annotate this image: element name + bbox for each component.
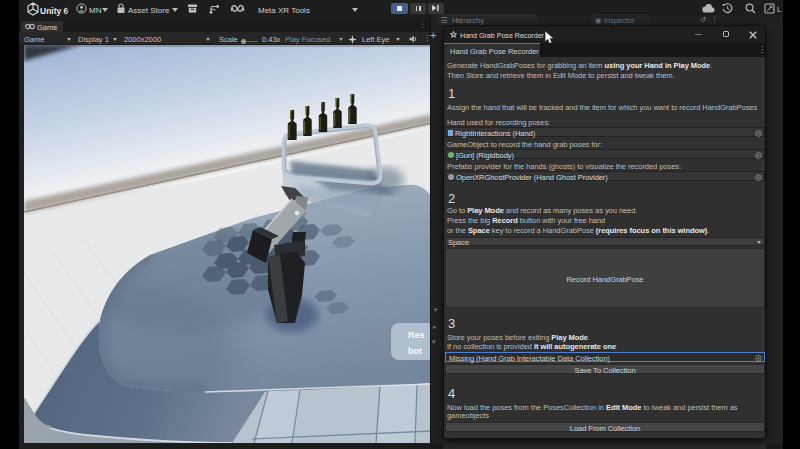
svg-text:Res: Res [408, 330, 425, 340]
svg-text:bot: bot [408, 346, 422, 356]
